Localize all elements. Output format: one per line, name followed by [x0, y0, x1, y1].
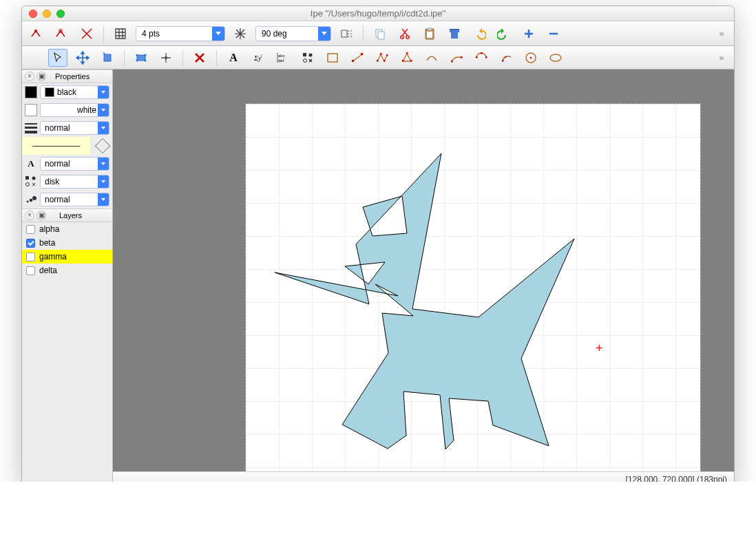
mark-size-row: normal	[22, 191, 112, 208]
stroke-color-value: black	[57, 87, 76, 97]
svg-point-44	[309, 53, 313, 56]
svg-text:def: def	[278, 58, 284, 63]
main-area: × ▣ Properties black white	[22, 69, 734, 482]
snap-angle-icon[interactable]	[231, 25, 250, 43]
layer-visibility-checkbox[interactable]	[26, 225, 35, 234]
copy-icon[interactable]	[370, 25, 390, 43]
polygon-tool-icon[interactable]	[397, 49, 417, 67]
layer-item-delta[interactable]: delta	[22, 264, 112, 277]
layer-visibility-checkbox[interactable]	[26, 253, 35, 261]
spline-tool-icon[interactable]	[422, 49, 441, 67]
layer-name-label: alpha	[39, 224, 59, 234]
svg-point-0	[34, 30, 37, 32]
svg-rect-53	[386, 54, 388, 56]
layer-item-beta[interactable]: beta	[22, 236, 112, 250]
redo-icon[interactable]	[494, 25, 514, 43]
snap-control-icon[interactable]	[52, 25, 72, 43]
svg-rect-46	[328, 54, 337, 62]
snap-intersection-icon[interactable]	[77, 25, 96, 43]
zoom-out-icon[interactable]	[544, 25, 563, 43]
fill-color-select[interactable]: white	[40, 103, 109, 117]
svg-text:i: i	[261, 54, 262, 58]
canvas-viewport[interactable]: +	[113, 69, 734, 471]
cut-icon[interactable]	[395, 25, 414, 43]
status-coords: [128.000, 720.000] (183ppi)	[626, 475, 727, 482]
drawing-page[interactable]: +	[246, 104, 700, 471]
pen-select[interactable]: normal	[40, 121, 109, 135]
paste-icon[interactable]	[420, 25, 439, 43]
svg-rect-27	[137, 55, 145, 61]
rotate-tool-icon[interactable]	[98, 49, 117, 67]
svg-rect-49	[361, 53, 363, 55]
mark-tool-icon[interactable]	[298, 49, 317, 67]
mark-shape-value: disk	[45, 177, 59, 186]
snap-grid-icon[interactable]	[111, 25, 130, 43]
math-tool-icon[interactable]: Σyi	[249, 49, 268, 67]
svg-rect-16	[428, 28, 432, 30]
arc-tool-icon[interactable]	[447, 49, 466, 67]
panel-popout-icon[interactable]: ▣	[36, 72, 46, 81]
delete-tool-icon[interactable]	[190, 49, 209, 67]
layers-close-icon[interactable]: ×	[25, 211, 34, 220]
layer-item-alpha[interactable]: alpha	[22, 222, 112, 236]
angle-value: 90 deg	[262, 29, 287, 39]
zoom-window-button[interactable]	[56, 10, 65, 18]
arc3-tool-icon[interactable]	[496, 49, 516, 67]
line-tool-icon[interactable]	[348, 49, 367, 67]
cursor-crosshair-icon: +	[596, 342, 603, 354]
svg-rect-63	[502, 60, 504, 62]
layers-list: alphabetagammadelta	[22, 222, 112, 277]
select-tool-icon[interactable]	[48, 49, 67, 67]
fill-abs-swatch[interactable]	[25, 104, 37, 116]
delete-icon[interactable]	[445, 25, 464, 43]
titlebar: Ipe "/Users/hugo/temp/i/cdt2d.ipe"	[22, 6, 734, 21]
paragraph-tool-icon[interactable]: abcdef	[273, 49, 293, 67]
pen-row: normal	[22, 119, 112, 137]
zoom-in-icon[interactable]	[519, 25, 538, 43]
arrow-style-icon[interactable]	[95, 138, 111, 154]
layers-title: Layers	[59, 211, 82, 219]
toolbar2-overflow-icon[interactable]: »	[715, 52, 728, 63]
snap-vertex-icon[interactable]	[28, 25, 47, 43]
move-tool-icon[interactable]	[73, 49, 92, 67]
svg-point-73	[32, 196, 36, 200]
text-label-tool-icon[interactable]: A	[224, 49, 243, 67]
canvas-area: + [128.000, 720.000] (183ppi)	[113, 69, 734, 482]
window-title: Ipe "/Users/hugo/temp/i/cdt2d.ipe"	[22, 8, 734, 19]
ellipse-tool-icon[interactable]	[546, 49, 565, 67]
toolbar-overflow-icon[interactable]: »	[715, 28, 728, 39]
svg-point-67	[550, 54, 561, 61]
layer-visibility-checkbox[interactable]	[26, 239, 35, 248]
layer-visibility-checkbox[interactable]	[26, 266, 35, 275]
pan-tool-icon[interactable]	[156, 49, 176, 67]
mark-size-select[interactable]: normal	[40, 193, 109, 206]
circle-tool-icon[interactable]	[521, 49, 540, 67]
mark-shape-select[interactable]: disk	[40, 175, 109, 189]
svg-rect-12	[378, 32, 384, 39]
svg-point-66	[530, 56, 532, 58]
arc2-tool-icon[interactable]	[472, 49, 491, 67]
text-size-select[interactable]: normal	[40, 157, 109, 171]
undo-icon[interactable]	[470, 25, 489, 43]
grid-size-select[interactable]: 4 pts	[136, 26, 225, 41]
rectangle-tool-icon[interactable]	[323, 49, 342, 67]
stretch-tool-icon[interactable]	[132, 49, 151, 67]
panel-close-icon[interactable]: ×	[25, 72, 34, 81]
angle-select[interactable]: 90 deg	[255, 26, 331, 41]
layers-popout-icon[interactable]: ▣	[36, 211, 46, 220]
fill-color-value: white	[77, 105, 96, 115]
minimize-window-button[interactable]	[43, 10, 51, 18]
snap-auto-icon[interactable]	[337, 25, 356, 43]
close-window-button[interactable]	[29, 10, 37, 18]
text-icon: A	[25, 158, 37, 169]
polyline-tool-icon[interactable]	[372, 49, 392, 67]
stroke-color-select[interactable]: black	[40, 85, 109, 99]
drawing-shape[interactable]	[246, 104, 700, 471]
mark-icon	[25, 175, 37, 188]
layer-name-label: delta	[39, 266, 57, 275]
svg-point-71	[27, 201, 29, 203]
svg-rect-8	[342, 30, 347, 37]
layer-item-gamma[interactable]: gamma	[22, 250, 112, 264]
line-style-preview[interactable]	[22, 137, 90, 155]
stroke-abs-swatch[interactable]	[25, 86, 37, 98]
